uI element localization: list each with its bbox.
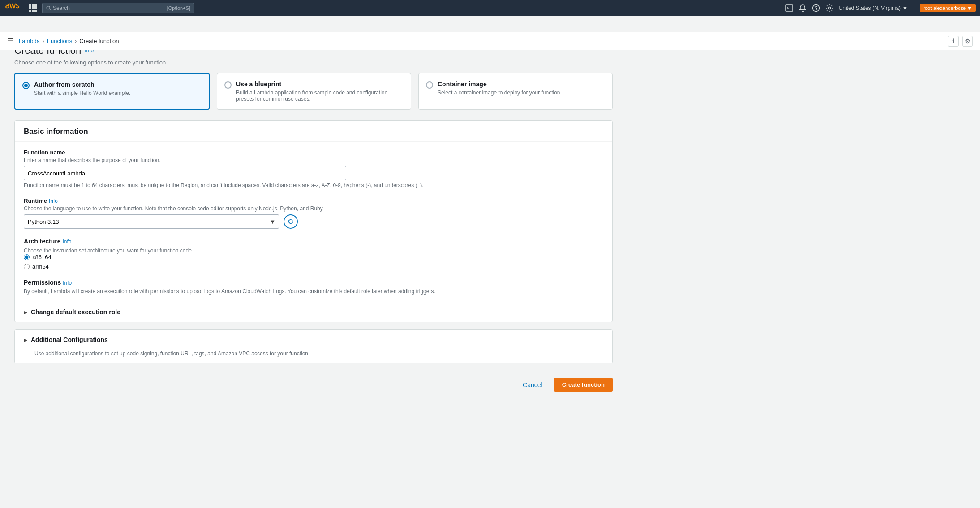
function-name-hint: Function name must be 1 to 64 characters… bbox=[24, 182, 603, 188]
option-cards: Author from scratch Start with a simple … bbox=[14, 73, 613, 110]
bell-icon[interactable] bbox=[799, 4, 807, 12]
page-subtitle: Choose one of the following options to c… bbox=[14, 59, 613, 66]
additional-config-panel: ▶ Additional Configurations Use addition… bbox=[14, 329, 613, 363]
permissions-label: Permissions bbox=[24, 279, 61, 286]
permissions-info-link[interactable]: Info bbox=[63, 280, 72, 286]
runtime-select[interactable]: Python 3.13 Python 3.12 Python 3.11 Node… bbox=[24, 214, 279, 229]
basic-info-panel: Basic information Function name Enter a … bbox=[14, 120, 613, 322]
svg-rect-4 bbox=[32, 7, 34, 9]
runtime-refresh-button[interactable] bbox=[284, 214, 298, 229]
account-menu[interactable]: root-alexanderbose ▼ bbox=[920, 4, 976, 12]
option-author-label: Author from scratch bbox=[34, 81, 130, 88]
architecture-x86-option[interactable]: x86_64 bbox=[24, 254, 603, 260]
svg-rect-6 bbox=[29, 10, 31, 12]
breadcrumb-sep-2: › bbox=[75, 38, 77, 44]
svg-text:?: ? bbox=[814, 5, 817, 11]
option-blueprint-desc: Build a Lambda application from sample c… bbox=[236, 90, 404, 102]
architecture-info-link[interactable]: Info bbox=[62, 239, 71, 245]
option-radio-blueprint bbox=[224, 81, 232, 89]
function-name-group: Function name Enter a name that describe… bbox=[24, 149, 603, 188]
aws-logo[interactable] bbox=[4, 3, 21, 13]
option-container-desc: Select a container image to deploy for y… bbox=[438, 90, 562, 96]
runtime-info-link[interactable]: Info bbox=[49, 198, 58, 204]
basic-info-body: Function name Enter a name that describe… bbox=[15, 142, 612, 302]
architecture-x86-radio[interactable] bbox=[24, 254, 30, 260]
create-function-button[interactable]: Create function bbox=[554, 378, 613, 392]
svg-rect-7 bbox=[32, 10, 34, 12]
additional-config-row[interactable]: ▶ Additional Configurations bbox=[15, 330, 612, 350]
architecture-group: Architecture Info Choose the instruction… bbox=[24, 238, 603, 270]
architecture-x86-label: x86_64 bbox=[32, 254, 52, 260]
breadcrumb-icons: ℹ ⚙ bbox=[948, 36, 973, 47]
svg-rect-0 bbox=[29, 4, 31, 7]
settings-icon[interactable] bbox=[825, 4, 834, 12]
change-default-role-row[interactable]: ▶ Change default execution role bbox=[15, 302, 612, 322]
additional-config-label: Additional Configurations bbox=[31, 336, 108, 343]
breadcrumb: Lambda › Functions › Create function bbox=[19, 38, 948, 44]
breadcrumb-lambda[interactable]: Lambda bbox=[19, 38, 40, 44]
expand-icon-config: ▶ bbox=[24, 337, 27, 342]
additional-config-desc: Use additional configurations to set up … bbox=[15, 350, 612, 363]
search-icon bbox=[46, 5, 51, 11]
option-blueprint-label: Use a blueprint bbox=[236, 81, 404, 88]
svg-rect-5 bbox=[34, 7, 37, 9]
basic-info-title: Basic information bbox=[24, 127, 603, 136]
info-icon-btn[interactable]: ℹ bbox=[948, 36, 959, 47]
footer-actions: Cancel Create function bbox=[14, 371, 613, 399]
option-container-label: Container image bbox=[438, 81, 562, 88]
svg-line-10 bbox=[49, 9, 51, 10]
svg-point-15 bbox=[828, 7, 830, 9]
hamburger-menu[interactable]: ☰ bbox=[7, 37, 13, 45]
architecture-arm64-radio[interactable] bbox=[24, 264, 30, 269]
apps-grid-icon[interactable] bbox=[27, 4, 39, 12]
breadcrumb-bar: ☰ Lambda › Functions › Create function ℹ… bbox=[0, 32, 980, 50]
cancel-button[interactable]: Cancel bbox=[516, 379, 549, 391]
main-content: Create function Info Choose one of the f… bbox=[0, 34, 627, 410]
help-icon[interactable]: ? bbox=[812, 4, 820, 12]
function-name-input[interactable] bbox=[24, 166, 346, 180]
svg-rect-1 bbox=[32, 4, 34, 7]
architecture-label: Architecture bbox=[24, 238, 60, 245]
svg-rect-8 bbox=[34, 10, 37, 12]
svg-point-9 bbox=[47, 6, 50, 9]
option-use-blueprint[interactable]: Use a blueprint Build a Lambda applicati… bbox=[217, 73, 411, 110]
search-bar[interactable]: [Option+S] bbox=[42, 3, 194, 13]
architecture-arm64-option[interactable]: arm64 bbox=[24, 263, 603, 270]
function-name-label: Function name bbox=[24, 149, 603, 156]
option-container-image[interactable]: Container image Select a container image… bbox=[418, 73, 613, 110]
permissions-text: By default, Lambda will create an execut… bbox=[24, 288, 603, 295]
runtime-sublabel: Choose the language to use to write your… bbox=[24, 205, 603, 212]
breadcrumb-sep-1: › bbox=[43, 38, 44, 44]
function-name-sublabel: Enter a name that describes the purpose … bbox=[24, 157, 603, 163]
runtime-label: Runtime bbox=[24, 197, 47, 204]
change-default-role-label: Change default execution role bbox=[31, 308, 120, 316]
option-author-desc: Start with a simple Hello World example. bbox=[34, 90, 130, 96]
option-radio-container bbox=[426, 81, 433, 89]
nav-icons: ? United States (N. Virginia) ▼ root-ale… bbox=[785, 4, 976, 12]
search-shortcut: [Option+S] bbox=[167, 5, 190, 11]
runtime-group: Runtime Info Choose the language to use … bbox=[24, 197, 603, 229]
permissions-group: Permissions Info By default, Lambda will… bbox=[24, 279, 603, 295]
architecture-arm64-label: arm64 bbox=[32, 263, 49, 270]
breadcrumb-functions[interactable]: Functions bbox=[47, 38, 72, 44]
breadcrumb-current: Create function bbox=[79, 38, 119, 44]
settings-icon-btn[interactable]: ⚙ bbox=[962, 36, 973, 47]
svg-rect-3 bbox=[29, 7, 31, 9]
search-input[interactable] bbox=[53, 5, 165, 11]
architecture-sublabel: Choose the instruction set architecture … bbox=[24, 248, 193, 254]
basic-info-header: Basic information bbox=[15, 121, 612, 142]
top-navigation: [Option+S] ? bbox=[0, 0, 980, 16]
option-radio-author bbox=[22, 82, 30, 89]
option-author-from-scratch[interactable]: Author from scratch Start with a simple … bbox=[14, 73, 210, 110]
expand-icon-role: ▶ bbox=[24, 310, 27, 315]
region-selector[interactable]: United States (N. Virginia) ▼ bbox=[839, 5, 913, 11]
terminal-icon[interactable] bbox=[785, 4, 793, 12]
svg-rect-2 bbox=[34, 4, 37, 7]
svg-rect-11 bbox=[786, 5, 793, 11]
